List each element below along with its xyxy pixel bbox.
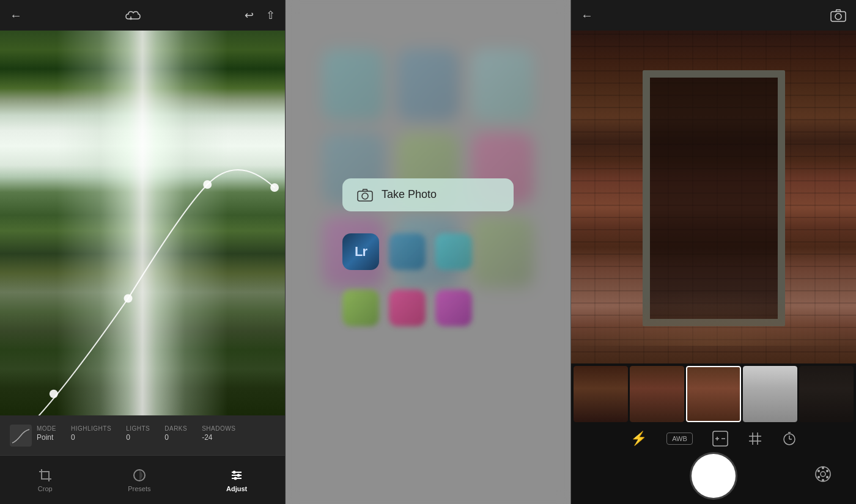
undo-button[interactable]: ↩ [245, 9, 254, 22]
panel3-camera-icon[interactable] [830, 9, 846, 22]
svg-point-33 [822, 467, 824, 469]
film-thumb-5[interactable] [799, 366, 854, 422]
svg-point-29 [817, 470, 820, 472]
svg-point-32 [826, 476, 828, 478]
svg-point-10 [234, 477, 237, 480]
settings-icon[interactable] [814, 466, 832, 486]
panel3-header: ← [571, 0, 856, 31]
svg-rect-15 [713, 431, 728, 446]
svg-point-28 [821, 472, 825, 477]
timer-icon[interactable] [782, 431, 797, 446]
take-photo-label: Take Photo [382, 188, 437, 201]
back-button[interactable]: ← [10, 9, 22, 23]
crop-icon [38, 468, 53, 483]
mode-value: Point [37, 433, 56, 442]
presets-icon [132, 468, 147, 483]
camera-card-icon [357, 188, 373, 202]
share-button[interactable]: ⇧ [266, 9, 275, 22]
camera-controls-bar: ⚡ AWB [571, 425, 856, 504]
shutter-button[interactable] [692, 454, 736, 498]
shutter-row [571, 454, 856, 498]
highlights-label: HIGHLIGHTS [71, 425, 111, 432]
blurred-app-5 [435, 290, 472, 326]
film-thumb-2[interactable] [630, 366, 684, 422]
lightroom-icon[interactable]: Lr [342, 233, 379, 270]
grid-icon[interactable] [748, 431, 762, 446]
lights-value: 0 [126, 433, 150, 442]
adjust-icon [229, 468, 244, 483]
highlights-value: 0 [71, 433, 111, 442]
svg-point-31 [817, 476, 820, 478]
film-thumb-1[interactable] [574, 366, 628, 422]
svg-point-14 [835, 13, 841, 20]
darks-value: 0 [164, 433, 187, 442]
blurred-app-1 [389, 233, 426, 270]
app-icons-row: Lr [342, 233, 514, 270]
darks-label: DARKS [164, 425, 187, 432]
film-strip[interactable] [571, 363, 856, 425]
presets-label: Presets [128, 485, 150, 492]
curve-small-icon [10, 425, 32, 447]
blurred-app-4 [389, 290, 426, 326]
take-photo-card[interactable]: Take Photo [342, 178, 514, 211]
flash-icon[interactable]: ⚡ [630, 431, 647, 447]
panel1-header: ← ↩ ⇧ [0, 0, 285, 31]
tone-curve-panel: ← ↩ ⇧ [0, 0, 286, 504]
blurred-icons-row2 [342, 290, 514, 326]
lights-label: LIGHTS [126, 425, 150, 432]
roots-element [571, 188, 856, 346]
presets-tool[interactable]: Presets [116, 463, 163, 497]
svg-point-34 [822, 479, 824, 481]
adjust-label: Adjust [226, 485, 247, 492]
svg-point-9 [237, 473, 240, 477]
brick-photo-container [571, 31, 856, 425]
controls-panel: MODE Point HIGHLIGHTS 0 LIGHTS 0 DARKS 0… [0, 415, 285, 455]
blurred-app-3 [342, 290, 379, 326]
film-thumb-3[interactable] [686, 366, 740, 422]
bottom-toolbar: Crop Presets Adjust [0, 455, 285, 504]
mode-label: MODE [37, 425, 56, 432]
svg-point-12 [362, 193, 368, 199]
shadows-value: -24 [202, 433, 235, 442]
crop-tool[interactable]: Crop [26, 463, 65, 497]
crop-label: Crop [38, 485, 53, 492]
cloud-icon [125, 9, 142, 21]
svg-point-30 [826, 470, 828, 472]
blurred-app-2 [435, 233, 472, 270]
awb-button[interactable]: AWB [666, 433, 693, 445]
app-switcher-panel: Take Photo Lr [286, 0, 571, 504]
exposure-icon[interactable] [712, 431, 728, 447]
film-thumb-4[interactable] [743, 366, 797, 422]
camera-icons-row: ⚡ AWB [571, 431, 856, 447]
svg-point-8 [233, 470, 236, 473]
panel3-back-button[interactable]: ← [581, 9, 593, 23]
photo-container[interactable] [0, 31, 285, 415]
camera-panel: ← [571, 0, 856, 504]
shadows-label: SHADOWS [202, 425, 235, 432]
adjust-tool[interactable]: Adjust [214, 463, 259, 497]
